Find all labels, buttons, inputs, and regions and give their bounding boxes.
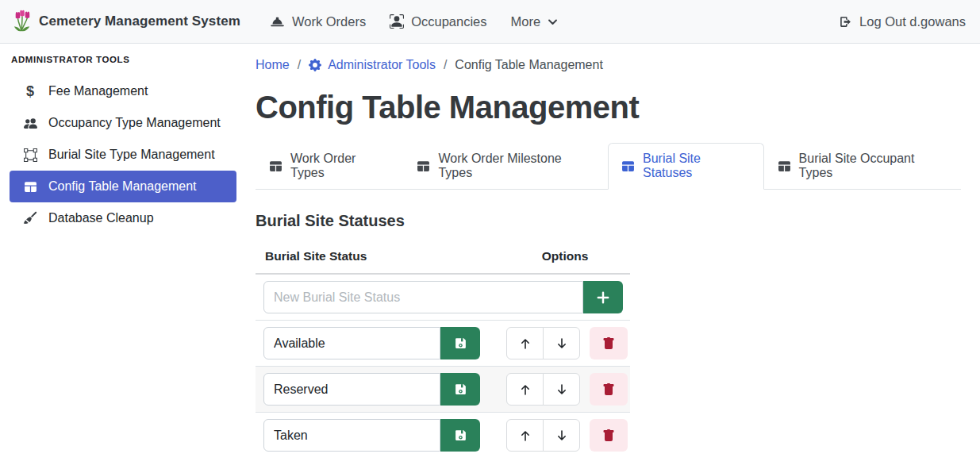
status-row-available <box>256 321 630 367</box>
status-name-input[interactable] <box>263 419 440 452</box>
tab-label: Burial Site Occupant Types <box>799 152 947 180</box>
logout-link[interactable]: Log Out d.gowans <box>839 14 966 29</box>
trash-icon <box>602 337 615 350</box>
table-icon <box>417 160 430 173</box>
nav-work-orders-label: Work Orders <box>292 14 366 29</box>
sidebar-item-label: Occupancy Type Management <box>48 116 221 130</box>
sidebar-item-label: Burial Site Type Management <box>48 148 215 162</box>
save-status-button[interactable] <box>440 373 480 406</box>
delete-status-button[interactable] <box>590 373 628 406</box>
sidebar-item-occupancy-type-management[interactable]: Occupancy Type Management <box>10 107 236 139</box>
save-status-button[interactable] <box>440 419 480 452</box>
move-down-button[interactable] <box>543 419 580 452</box>
sidebar-item-label: Fee Management <box>48 84 148 98</box>
arrow-up-icon <box>519 337 532 350</box>
status-name-input[interactable] <box>263 327 440 359</box>
app-brand[interactable]: Cemetery Management System <box>13 10 240 33</box>
new-status-row <box>256 274 630 321</box>
sidebar: ADMINISTRATOR TOOLS $ Fee Management Occ… <box>0 44 246 469</box>
breadcrumb: Home / Administrator Tools / Config Tabl… <box>256 53 961 77</box>
people-icon <box>22 117 38 130</box>
arrow-up-icon <box>519 383 532 396</box>
breadcrumb-admin-tools-link[interactable]: Administrator Tools <box>309 58 436 72</box>
sidebar-header: ADMINISTRATOR TOOLS <box>10 52 236 75</box>
section-heading: Burial Site Statuses <box>256 212 961 230</box>
main-content: Home / Administrator Tools / Config Tabl… <box>246 44 980 469</box>
plus-icon <box>596 290 610 305</box>
sidebar-item-database-cleanup[interactable]: Database Cleanup <box>10 202 236 234</box>
page-title: Config Table Management <box>256 90 961 125</box>
table-icon <box>621 160 635 173</box>
nav-occupancies-label: Occupancies <box>411 14 486 29</box>
status-row-taken <box>256 413 630 459</box>
nav-work-orders[interactable]: Work Orders <box>270 14 366 29</box>
top-navbar: Cemetery Management System Work Orders O… <box>0 0 980 44</box>
move-up-button[interactable] <box>506 419 544 452</box>
table-icon <box>269 160 282 173</box>
tab-label: Work Order Milestone Types <box>438 152 594 180</box>
arrow-down-icon <box>555 429 568 442</box>
gear-icon <box>309 59 321 71</box>
tulip-logo-icon <box>13 10 32 33</box>
trash-icon <box>602 429 615 442</box>
save-status-button[interactable] <box>440 327 480 359</box>
broom-icon <box>22 211 38 225</box>
table-icon <box>778 160 791 173</box>
breadcrumb-separator: / <box>298 58 301 72</box>
bounding-box-icon <box>22 148 38 162</box>
status-row-reserved <box>256 367 630 413</box>
delete-status-button[interactable] <box>590 327 628 359</box>
hard-hat-icon <box>270 15 285 28</box>
add-status-button[interactable] <box>583 281 623 313</box>
move-up-button[interactable] <box>506 373 544 406</box>
arrow-down-icon <box>555 383 568 396</box>
reorder-button-group <box>506 419 580 452</box>
app-title: Cemetery Management System <box>39 13 240 29</box>
tab-label: Burial Site Statuses <box>643 152 751 180</box>
config-table-tabs: Work Order Types Work Order Milestone Ty… <box>256 143 961 190</box>
sidebar-item-label: Database Cleanup <box>48 211 154 225</box>
trash-icon <box>602 383 615 396</box>
arrow-down-icon <box>555 337 568 350</box>
save-icon <box>454 429 467 442</box>
nav-more[interactable]: More <box>511 14 559 29</box>
sidebar-item-burial-site-type-management[interactable]: Burial Site Type Management <box>10 139 236 171</box>
reorder-button-group <box>506 327 580 359</box>
breadcrumb-admin-tools-label: Administrator Tools <box>328 58 436 72</box>
move-down-button[interactable] <box>543 373 580 406</box>
column-header-options: Options <box>498 246 630 274</box>
chevron-down-icon <box>548 17 558 27</box>
sidebar-item-label: Config Table Management <box>48 179 197 194</box>
breadcrumb-home-link[interactable]: Home <box>256 58 290 72</box>
breadcrumb-current: Config Table Management <box>455 58 603 72</box>
sidebar-item-config-table-management[interactable]: Config Table Management <box>10 171 236 202</box>
logout-label: Log Out d.gowans <box>859 14 966 29</box>
new-status-input[interactable] <box>263 281 583 313</box>
tab-burial-site-occupant-types[interactable]: Burial Site Occupant Types <box>764 143 961 190</box>
arrow-up-icon <box>519 429 532 442</box>
person-frame-icon <box>390 14 404 29</box>
tab-burial-site-statuses[interactable]: Burial Site Statuses <box>608 143 764 190</box>
breadcrumb-separator: / <box>444 58 447 72</box>
column-header-burial-site-status: Burial Site Status <box>256 246 498 274</box>
save-icon <box>454 336 467 350</box>
sidebar-item-fee-management[interactable]: $ Fee Management <box>10 75 236 107</box>
table-icon <box>22 180 38 194</box>
dollar-icon: $ <box>22 84 38 98</box>
move-up-button[interactable] <box>506 327 544 359</box>
tab-work-order-milestone-types[interactable]: Work Order Milestone Types <box>403 143 608 190</box>
delete-status-button[interactable] <box>590 419 628 452</box>
burial-site-status-table: Burial Site Status Options <box>256 246 630 458</box>
nav-more-label: More <box>511 14 541 29</box>
status-name-input[interactable] <box>263 373 440 406</box>
save-icon <box>454 383 467 396</box>
tab-label: Work Order Types <box>290 152 390 180</box>
tab-work-order-types[interactable]: Work Order Types <box>256 143 403 190</box>
reorder-button-group <box>506 373 580 406</box>
nav-occupancies[interactable]: Occupancies <box>390 14 486 29</box>
logout-icon <box>839 15 852 29</box>
move-down-button[interactable] <box>543 327 580 359</box>
